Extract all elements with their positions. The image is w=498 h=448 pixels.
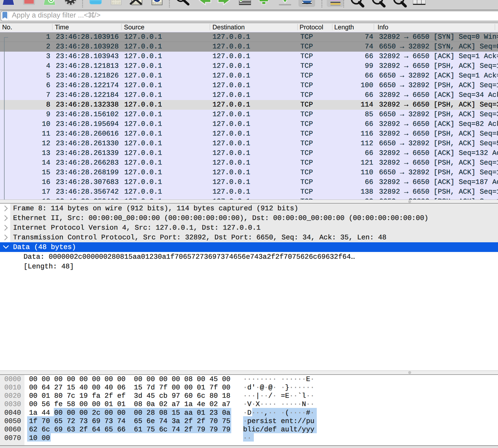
svg-text:01110: 01110 <box>112 2 120 5</box>
svg-text:01110: 01110 <box>152 2 161 5</box>
